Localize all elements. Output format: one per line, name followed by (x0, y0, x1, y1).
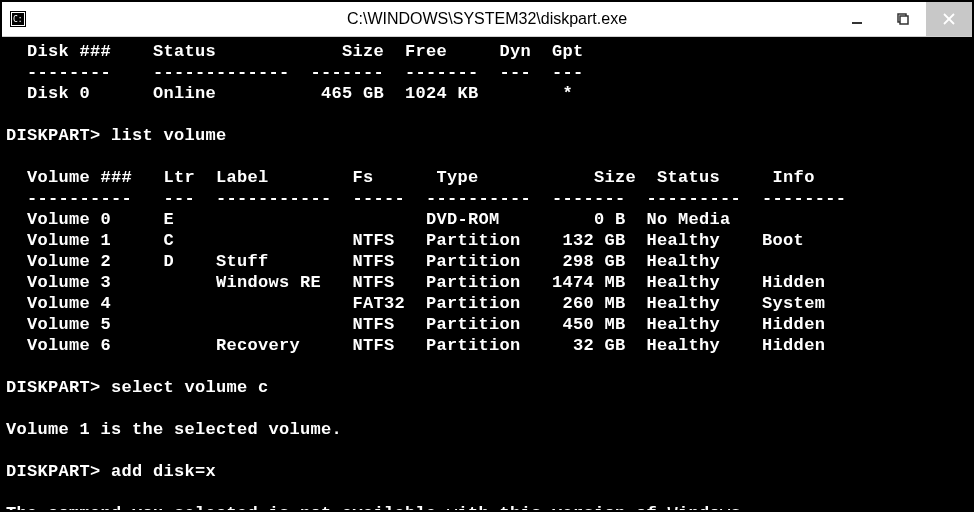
titlebar[interactable]: C: C:\WINDOWS\SYSTEM32\diskpart.exe (2, 2, 972, 37)
svg-rect-6 (900, 16, 908, 24)
window-title: C:\WINDOWS\SYSTEM32\diskpart.exe (2, 10, 972, 28)
minimize-button[interactable] (834, 2, 880, 36)
maximize-button[interactable] (880, 2, 926, 36)
console-output[interactable]: Disk ### Status Size Free Dyn Gpt ------… (2, 37, 972, 510)
app-window: C: C:\WINDOWS\SYSTEM32\diskpart.exe (0, 0, 974, 512)
window-controls (834, 2, 972, 36)
cmd-icon: C: (10, 11, 26, 27)
svg-rect-4 (852, 22, 862, 24)
svg-text:C:: C: (13, 15, 23, 24)
close-button[interactable] (926, 2, 972, 36)
